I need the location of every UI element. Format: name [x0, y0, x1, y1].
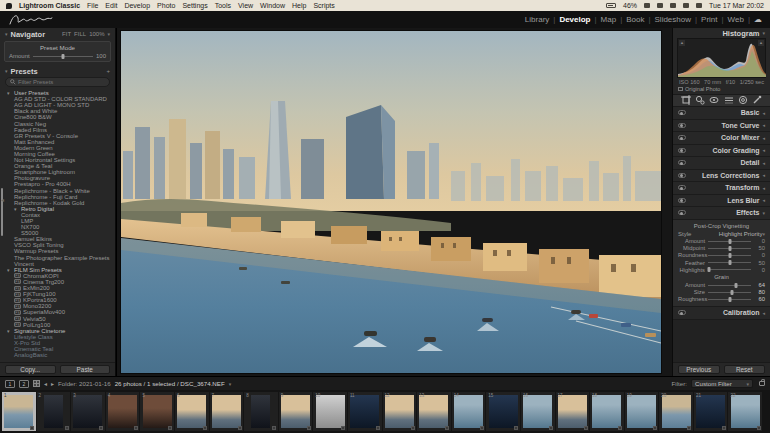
slider-amount[interactable]: Amount0 — [678, 238, 765, 245]
module-map[interactable]: Map — [601, 15, 617, 24]
slider-knob[interactable] — [728, 260, 731, 265]
filmstrip-thumbnail[interactable]: 3 — [71, 392, 105, 431]
section-color-mixer[interactable]: Color Mixer◂ — [673, 132, 770, 145]
section-color-grading[interactable]: Color Grading◂ — [673, 145, 770, 158]
section-basic[interactable]: Basic◂ — [673, 107, 770, 120]
panel-toggle-switch[interactable] — [678, 123, 686, 128]
panel-toggle-switch[interactable] — [678, 148, 686, 153]
photo-loupe-view[interactable] — [121, 31, 661, 373]
module-web[interactable]: Web — [728, 15, 744, 24]
section-expand-icon[interactable]: ◂ — [762, 160, 765, 166]
menu-settings[interactable]: Settings — [182, 2, 207, 9]
filmstrip-thumbnail[interactable]: 7 — [210, 392, 244, 431]
presets-header[interactable]: ▾ Presets + — [0, 65, 115, 77]
slider-roughness[interactable]: Roughness60 — [678, 296, 765, 303]
section-expand-icon[interactable]: ◂ — [762, 172, 765, 178]
panel-toggle-switch[interactable] — [678, 198, 686, 203]
menu-help[interactable]: Help — [292, 2, 306, 9]
main-window-button[interactable]: 1 — [5, 380, 15, 388]
filmstrip-thumbnail[interactable]: 1 — [2, 392, 36, 431]
slider-knob[interactable] — [728, 246, 731, 251]
slider-track[interactable] — [708, 285, 751, 286]
panel-toggle-switch[interactable] — [678, 310, 686, 315]
slider-track[interactable] — [708, 292, 751, 293]
filmstrip-thumbnail[interactable]: 13 — [417, 392, 451, 431]
style-value[interactable]: Highlight Priority — [719, 231, 763, 237]
filmstrip-thumbnail[interactable]: 19 — [625, 392, 659, 431]
slider-track[interactable] — [708, 269, 751, 270]
slider-track[interactable] — [708, 262, 751, 263]
panel-toggle-switch[interactable] — [678, 160, 686, 165]
slider-knob[interactable] — [728, 239, 731, 244]
red-eye-icon[interactable] — [709, 95, 719, 106]
module-library[interactable]: Library — [525, 15, 549, 24]
folder-label[interactable]: Folder: 2021-01-16 — [58, 380, 111, 387]
section-lens-blur[interactable]: Lens Blur◂ — [673, 195, 770, 208]
section-detail[interactable]: Detail◂ — [673, 157, 770, 170]
menu-window[interactable]: Window — [260, 2, 285, 9]
section-expand-icon[interactable]: ▾ — [762, 210, 765, 216]
filmstrip-thumbnail[interactable]: 15 — [486, 392, 520, 431]
menu-edit[interactable]: Edit — [105, 2, 117, 9]
linear-gradient-icon[interactable] — [724, 95, 734, 106]
slider-knob[interactable] — [728, 253, 731, 258]
crop-overlay-icon[interactable] — [681, 95, 691, 106]
menu-develop[interactable]: Develop — [124, 2, 150, 9]
slider-knob[interactable] — [730, 290, 733, 295]
module-book[interactable]: Book — [626, 15, 644, 24]
source-dropdown-icon[interactable]: ▾ — [229, 381, 232, 387]
disclosure-icon[interactable]: ▾ — [7, 90, 12, 96]
copy-button[interactable]: Copy... — [5, 365, 56, 374]
section-lens-corrections[interactable]: Lens Corrections◂ — [673, 170, 770, 183]
slider-amount[interactable]: Amount64 — [678, 281, 765, 288]
filter-dropdown[interactable]: Custom Filter ▾ — [691, 379, 753, 388]
menu-tools[interactable]: Tools — [215, 2, 231, 9]
style-dropdown-icon[interactable]: ▾ — [762, 231, 765, 237]
filmstrip-thumbnail[interactable]: 16 — [521, 392, 555, 431]
previous-button[interactable]: Previous — [678, 365, 720, 374]
module-develop[interactable]: Develop — [559, 15, 590, 24]
selection-status[interactable]: 26 photos / 1 selected / DSC_3674.NEF — [115, 380, 225, 387]
left-panel-collapse-icon[interactable]: ◂ — [1, 196, 4, 203]
module-slideshow[interactable]: Slideshow — [655, 15, 691, 24]
panel-toggle-switch[interactable] — [678, 185, 686, 190]
menu-view[interactable]: View — [238, 2, 253, 9]
menu-photo[interactable]: Photo — [157, 2, 175, 9]
add-preset-button[interactable]: + — [106, 68, 110, 74]
go-forward-icon[interactable]: ▸ — [51, 380, 54, 387]
battery-icon[interactable] — [606, 3, 616, 8]
filter-lock-icon[interactable] — [759, 381, 765, 386]
adjustment-brush-icon[interactable] — [752, 95, 762, 106]
filmstrip-thumbnail[interactable]: 8 — [244, 392, 278, 431]
panel-toggle-switch[interactable] — [678, 110, 686, 115]
radial-gradient-icon[interactable] — [738, 95, 748, 106]
filmstrip-thumbnail[interactable]: 22 — [728, 392, 762, 431]
section-expand-icon[interactable]: ◂ — [762, 197, 765, 203]
filmstrip-thumbnail[interactable]: 9 — [279, 392, 313, 431]
slider-knob[interactable] — [728, 297, 731, 302]
navigator-header[interactable]: ▾ Navigator FITFILL100% ▾ — [0, 28, 115, 40]
section-expand-icon[interactable]: ◂ — [762, 122, 765, 128]
spot-removal-icon[interactable] — [695, 95, 705, 106]
panel-toggle-switch[interactable] — [678, 210, 686, 215]
filmstrip-thumbnail[interactable]: 4 — [106, 392, 140, 431]
paste-button[interactable]: Paste — [60, 365, 111, 374]
bluetooth-icon[interactable] — [657, 3, 663, 8]
filmstrip-thumbnail[interactable]: 10 — [313, 392, 347, 431]
slider-midpoint[interactable]: Midpoint50 — [678, 245, 765, 252]
slider-size[interactable]: Size80 — [678, 289, 765, 296]
slider-track[interactable] — [708, 299, 751, 300]
section-expand-icon[interactable]: ◂ — [762, 310, 765, 316]
section-expand-icon[interactable]: ◂ — [762, 110, 765, 116]
slider-feather[interactable]: Feather50 — [678, 259, 765, 266]
zoom-option-fit[interactable]: FIT — [62, 31, 71, 37]
disclosure-icon[interactable]: ▾ — [7, 267, 12, 273]
preset-item[interactable]: AnalogBasic — [7, 352, 115, 358]
cloud-sync-icon[interactable]: ☁ — [754, 15, 762, 24]
slider-highlights[interactable]: Highlights0 — [678, 266, 765, 273]
filmstrip-thumbnail[interactable]: 2 — [37, 392, 71, 431]
preset-search-input[interactable] — [18, 79, 105, 85]
reset-button[interactable]: Reset — [724, 365, 766, 374]
zoom-option-100pct[interactable]: 100% — [89, 31, 104, 37]
menu-scripts[interactable]: Scripts — [313, 2, 334, 9]
